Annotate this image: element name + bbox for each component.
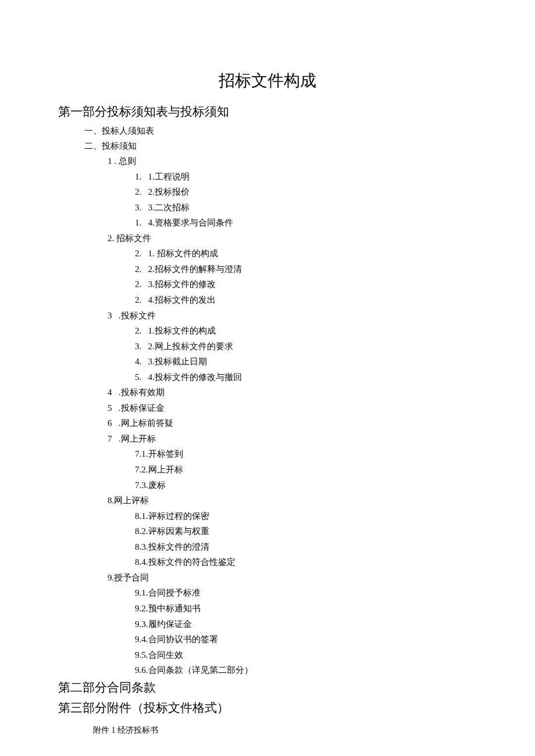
toc-level-3: 9.3.履约保证金 — [135, 617, 535, 632]
part-heading: 第二部分合同条款 — [58, 678, 535, 698]
attachment-item: 附件 1 经济投标书 — [93, 723, 535, 738]
part-heading: 第三部分附件（投标文件格式） — [58, 698, 535, 718]
toc-level-3: 9.1.合同授予标准 — [135, 585, 535, 601]
toc-level-3: 1. 4.资格要求与合同条件 — [135, 215, 535, 231]
toc-level-3: 4. 3.投标截止日期 — [135, 354, 535, 370]
toc-level-3: 2. 4.招标文件的发出 — [135, 292, 535, 308]
toc-level-3: 2. 2.招标文件的解释与澄清 — [135, 261, 535, 277]
toc-level-3: 7.3.废标 — [135, 478, 535, 493]
toc-level-3: 9.5.合同生效 — [135, 647, 535, 663]
toc-level-2: 2. 招标文件 — [108, 231, 535, 246]
toc-level-3: 2. 3.招标文件的修改 — [135, 277, 535, 292]
toc-level-3: 8.1.评标过程的保密 — [135, 508, 535, 524]
toc-level-3: 3. 2.网上投标文件的要求 — [135, 339, 535, 354]
part-heading: 第一部分投标须知表与投标须知 — [58, 102, 535, 122]
document-content: 第一部分投标须知表与投标须知一、投标人须知表二、投标须知1 . 总则1. 1.工… — [0, 102, 535, 738]
toc-level-2: 6 .网上标前答疑 — [108, 415, 535, 431]
toc-level-3: 9.6.合同条款（详见第二部分） — [135, 662, 535, 678]
toc-level-2: 5 .投标保证金 — [108, 400, 535, 416]
toc-level-3: 3. 3.二次招标 — [135, 200, 535, 216]
toc-level-3: 9.4.合同协议书的签署 — [135, 632, 535, 647]
toc-level-2: 9.授予合同 — [108, 570, 535, 586]
toc-level-3: 7.1.开标签到 — [135, 446, 535, 462]
toc-level-2: 4 .投标有效期 — [108, 385, 535, 400]
toc-level-3: 8.4.投标文件的符合性鉴定 — [135, 554, 535, 570]
document-title: 招标文件构成 — [0, 70, 535, 92]
toc-level-3: 8.2.评标因素与权重 — [135, 524, 535, 539]
toc-level-1: 一、投标人须知表 — [84, 123, 535, 138]
toc-level-3: 2. 2.投标报价 — [135, 184, 535, 200]
toc-level-3: 2. 1. 招标文件的构成 — [135, 246, 535, 261]
toc-level-2: 8.网上评标 — [108, 493, 535, 508]
toc-level-1: 二、投标须知 — [84, 138, 535, 153]
toc-level-3: 5. 4.投标文件的修改与撤回 — [135, 370, 535, 385]
toc-level-2: 7 .网上开标 — [108, 431, 535, 447]
toc-level-3: 1. 1.工程说明 — [135, 169, 535, 185]
toc-level-3: 9.2.预中标通知书 — [135, 601, 535, 617]
toc-level-3: 8.3.投标文件的澄清 — [135, 539, 535, 555]
toc-level-3: 2. 1.投标文件的构成 — [135, 323, 535, 339]
toc-level-2: 1 . 总则 — [108, 153, 535, 169]
toc-level-3: 7.2.网上开标 — [135, 462, 535, 478]
toc-level-2: 3 .投标文件 — [108, 308, 535, 324]
